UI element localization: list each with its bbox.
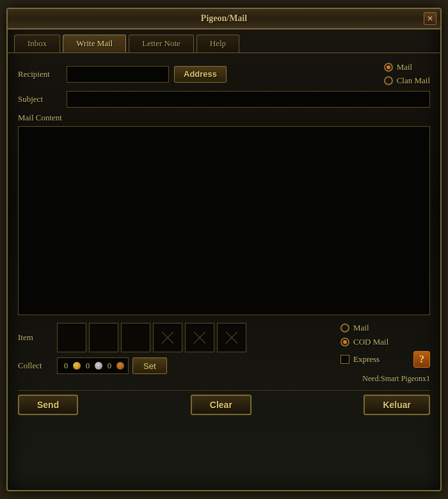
tab-letter-note[interactable]: Letter Note [129,35,194,53]
help-icon-button[interactable]: ? [413,351,430,368]
recipient-row: Recipient Address Mail Clan Mail [18,62,430,86]
express-label: Express [353,354,380,364]
recipient-label: Recipient [18,69,61,79]
pigeon-mail-window: Pigeon/Mail ✕ Inbox Write Mail Letter No… [6,8,442,491]
recipient-input[interactable] [67,66,169,83]
mail-type-group: Mail Clan Mail [384,62,430,86]
item-slot-1[interactable] [57,323,86,352]
send-button[interactable]: Send [18,395,78,415]
collect-row: Collect 0 0 0 Set [18,357,330,374]
button-row: Send Clear Keluar [18,390,430,419]
address-button[interactable]: Address [174,66,227,83]
subject-input[interactable] [67,91,430,108]
collect-bronze-value: 0 [105,361,114,371]
radio-clan-mail[interactable]: Clan Mail [384,76,430,86]
radio-option-cod-dot [340,338,349,347]
mail-content-label: Mail Content [18,113,430,123]
radio-mail[interactable]: Mail [384,62,430,72]
item-slot-3[interactable] [121,323,150,352]
tab-write-mail[interactable]: Write Mail [63,35,126,53]
radio-option-mail-label: Mail [353,323,369,333]
radio-mail-label: Mail [397,62,413,72]
tab-help[interactable]: Help [196,35,239,53]
express-checkbox[interactable] [340,355,349,364]
radio-option-cod[interactable]: COD Mail [340,337,430,347]
collect-input-group[interactable]: 0 0 0 [57,357,129,374]
item-slot-2[interactable] [89,323,118,352]
mail-options-group: Mail COD Mail Express ? Need:Smart Pigeo… [340,323,430,384]
window-title: Pigeon/Mail [201,13,247,24]
collect-silver-value: 0 [83,361,92,371]
item-collect-area: Item Collect 0 [18,323,330,374]
item-row: Item [18,323,330,352]
subject-label: Subject [18,94,61,104]
title-bar: Pigeon/Mail ✕ [8,9,440,29]
need-text: Need:Smart Pigeonx1 [340,374,430,384]
mail-content-input[interactable] [18,126,430,315]
express-row: Express ? [340,351,430,368]
collect-gold-value: 0 [61,361,70,371]
bronze-coin-icon [116,362,124,370]
item-slots [57,323,246,352]
silver-coin-icon [95,362,102,370]
set-button[interactable]: Set [132,357,167,374]
subject-row: Subject [18,91,430,108]
tab-bar: Inbox Write Mail Letter Note Help [8,29,440,53]
item-slot-5 [185,323,214,352]
close-button[interactable]: ✕ [424,12,436,25]
content-area: Recipient Address Mail Clan Mail Subject… [8,53,440,428]
radio-option-cod-label: COD Mail [353,337,388,347]
collect-label: Collect [18,361,53,371]
tab-inbox[interactable]: Inbox [14,35,60,53]
keluar-button[interactable]: Keluar [364,395,430,415]
gold-coin-icon [73,362,81,370]
radio-mail-dot [384,63,393,72]
item-label: Item [18,332,53,343]
item-slot-4 [153,323,182,352]
radio-clan-dot [384,76,393,85]
radio-option-mail[interactable]: Mail [340,323,430,333]
radio-clan-label: Clan Mail [397,76,430,86]
item-slot-6 [217,323,246,352]
radio-option-mail-dot [340,323,349,332]
clear-button[interactable]: Clear [191,395,252,415]
bottom-section: Item Collect 0 [18,323,430,384]
